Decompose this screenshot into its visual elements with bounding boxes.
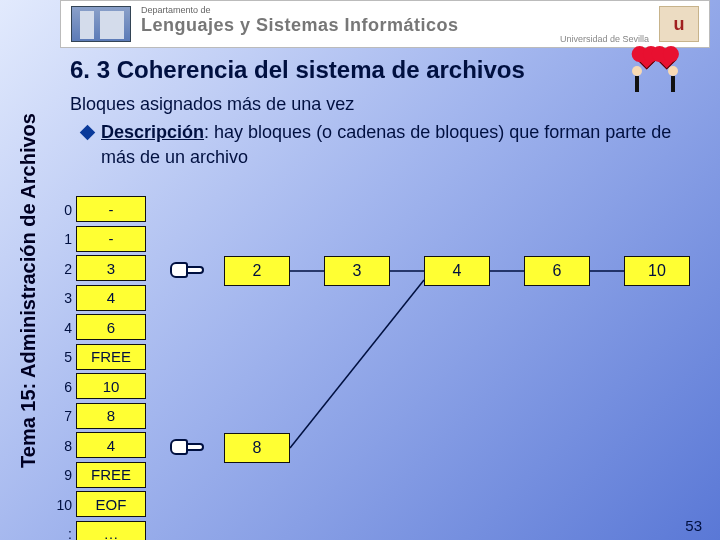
desc-strong: Descripción [101,122,204,142]
table-row: 78 [54,402,146,432]
row-value: EOF [76,491,146,517]
banner-text: Departamento de Lenguajes y Sistemas Inf… [141,5,649,44]
row-index: 2 [54,261,76,277]
pointing-hand-icon [170,258,206,284]
table-row: 1- [54,225,146,255]
row-value: - [76,196,146,222]
table-row: :… [54,520,146,541]
chain-box: 8 [224,433,290,463]
dept-name: Lenguajes y Sistemas Informáticos [141,15,649,36]
chain-box: 6 [524,256,590,286]
body-bullet: Descripción: hay bloques (o cadenas de b… [70,120,690,169]
row-index: 0 [54,202,76,218]
row-value: - [76,226,146,252]
row-index: : [54,526,76,540]
chain-box: 10 [624,256,690,286]
chain-box: 2 [224,256,290,286]
table-row: 10EOF [54,490,146,520]
page-number: 53 [685,517,702,534]
table-row: 9FREE [54,461,146,491]
row-value: 6 [76,314,146,340]
row-value: 10 [76,373,146,399]
row-value: 4 [76,432,146,458]
chain-2: 8 [224,433,290,463]
row-index: 5 [54,349,76,365]
row-index: 3 [54,290,76,306]
table-row: 84 [54,431,146,461]
chain-1: 2 3 4 6 10 [224,256,690,286]
row-index: 10 [54,497,76,513]
table-row: 34 [54,284,146,314]
fat-table: 0- 1- 23 34 46 5FREE 610 78 84 9FREE 10E… [54,195,146,540]
table-row: 46 [54,313,146,343]
row-value: … [76,521,146,540]
pointing-hand-icon [170,435,206,461]
dept-label: Departamento de [141,5,649,15]
body-line-1: Bloques asignados más de una vez [70,92,690,116]
table-row: 23 [54,254,146,284]
row-index: 8 [54,438,76,454]
sidebar-topic-label: Tema 15: Administración de Archivos [8,50,48,530]
diamond-bullet-icon [80,125,96,141]
chain-box: 4 [424,256,490,286]
chain-box: 3 [324,256,390,286]
row-value: 8 [76,403,146,429]
dept-logo [71,6,131,42]
header-banner: Departamento de Lenguajes y Sistemas Inf… [60,0,710,48]
row-value: 4 [76,285,146,311]
table-row: 610 [54,372,146,402]
slide-title: 6. 3 Coherencia del sistema de archivos [70,56,525,84]
table-row: 0- [54,195,146,225]
row-value: 3 [76,255,146,281]
table-row: 5FREE [54,343,146,373]
sidebar-topic-text: Tema 15: Administración de Archivos [17,113,40,468]
row-index: 7 [54,408,76,424]
svg-line-4 [290,280,424,448]
body-bullet-text: Descripción: hay bloques (o cadenas de b… [101,120,690,169]
row-index: 4 [54,320,76,336]
row-value: FREE [76,344,146,370]
row-index: 9 [54,467,76,483]
row-value: FREE [76,462,146,488]
body-text: Bloques asignados más de una vez Descrip… [70,92,690,169]
university-crest: u [659,6,699,42]
row-index: 1 [54,231,76,247]
row-index: 6 [54,379,76,395]
